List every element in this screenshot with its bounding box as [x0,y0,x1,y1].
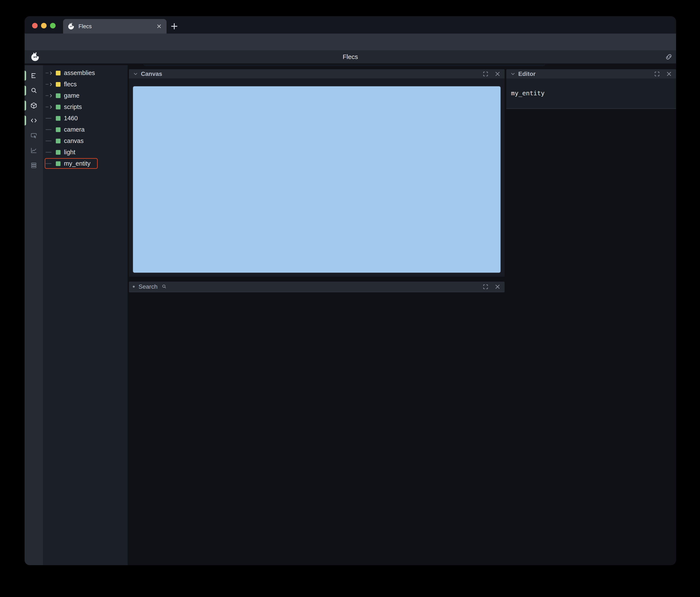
sidebar-item-hierarchy[interactable] [25,68,43,83]
chevron-down-icon [510,71,516,77]
app-content: assemblies flecs game scripts 1460 [25,65,676,565]
active-indicator [25,115,26,125]
canvas-panel: Canvas [129,69,505,277]
tree-item-label: light [64,149,75,156]
active-indicator [25,101,26,110]
magnifier-icon [161,284,167,289]
entity-swatch [56,116,60,121]
tree-guide [46,152,55,153]
tree-item-my-entity[interactable]: my_entity [43,158,128,169]
sidebar-item-statistics[interactable] [25,143,43,158]
tree-item-label: 1460 [64,115,78,122]
editor-text[interactable]: my_entity [511,89,545,97]
panel-title: Canvas [141,71,162,77]
editor-content[interactable]: my_entity [506,78,676,109]
tree-item-label: assemblies [64,70,95,77]
collapsed-dot-icon [133,286,135,288]
fullscreen-icon[interactable] [482,284,489,290]
zoom-window-button[interactable] [50,23,56,28]
close-tab-icon[interactable] [156,23,162,29]
tree-guide[interactable] [46,105,55,109]
tree-guide[interactable] [46,82,55,87]
code-icon [30,117,37,124]
render-canvas[interactable] [132,86,501,273]
tree-item-game[interactable]: game [43,90,128,101]
center-column: Canvas Search [129,65,505,565]
tree-guide [46,118,55,119]
tree-item-label: my_entity [64,160,91,167]
link-icon[interactable] [665,53,673,61]
tree-item-scripts[interactable]: scripts [43,101,128,112]
tree-item-label: canvas [64,137,83,145]
chevron-right-icon [49,71,53,75]
close-window-button[interactable] [32,23,38,28]
fullscreen-icon[interactable] [482,71,489,77]
editor-column: Editor my_entity [506,65,676,565]
chart-icon [30,147,37,154]
editor-panel: Editor my_entity [506,69,676,109]
search-icon [30,87,37,94]
entity-swatch [56,150,60,155]
tree-item-light[interactable]: light [43,147,128,158]
tree-guide[interactable] [46,71,55,75]
module-swatch [56,82,60,87]
sidebar-item-entities[interactable] [25,98,43,113]
hierarchy-icon [30,72,37,79]
tree-item-camera[interactable]: camera [43,124,128,135]
close-icon[interactable] [494,71,501,77]
tab-bar: Flecs [25,16,676,33]
tree-guide [46,163,55,164]
entity-swatch [56,127,60,132]
panel-title: Editor [518,71,535,77]
close-icon[interactable] [494,284,501,290]
canvas-panel-body [129,78,505,277]
sidebar-item-inspector[interactable] [25,128,43,143]
page-title: Flecs [25,50,676,63]
tree-guide [46,129,55,130]
close-icon[interactable] [666,71,672,77]
tree-item-canvas[interactable]: canvas [43,135,128,147]
flecs-favicon-icon [67,22,75,30]
tree-guide [46,140,55,141]
module-swatch [56,71,60,75]
tree-item-label: scripts [64,103,82,110]
tree-item-label: flecs [64,81,77,88]
tree-item-label: game [64,92,79,99]
canvas-panel-header[interactable]: Canvas [129,69,505,78]
entity-swatch [56,94,60,98]
sidebar-item-code[interactable] [25,113,43,128]
tool-sidebar [25,65,43,565]
search-panel-header[interactable]: Search [129,282,505,292]
chevron-right-icon [49,105,53,109]
active-indicator [25,86,26,96]
tree-item-label: camera [64,126,85,133]
inspector-icon [30,132,37,139]
entity-swatch [56,105,60,109]
new-tab-button[interactable] [170,22,178,30]
active-indicator [25,71,26,81]
browser-tab[interactable]: Flecs [63,19,167,33]
entity-tree: assemblies flecs game scripts 1460 [43,65,128,565]
tab-title: Flecs [78,23,152,30]
sidebar-item-search[interactable] [25,83,43,98]
fullscreen-icon[interactable] [654,71,660,77]
tree-guide[interactable] [46,94,55,98]
chevron-right-icon [49,94,53,98]
sidebar-item-tables[interactable] [25,158,43,173]
chevron-down-icon [133,71,138,77]
tree-item-1460[interactable]: 1460 [43,112,128,124]
browser-window: Flecs flecs.dev/explorer/?wasm=https://w… [25,16,676,565]
chevron-right-icon [49,82,53,87]
entity-swatch [56,161,60,166]
panel-title: Search [139,283,157,290]
minimize-window-button[interactable] [41,23,47,28]
editor-panel-header[interactable]: Editor [506,69,676,78]
tree-item-flecs[interactable]: flecs [43,79,128,90]
tree-item-assemblies[interactable]: assemblies [43,67,128,79]
app-header: Flecs [25,50,676,64]
navigation-toolbar: flecs.dev/explorer/?wasm=https://www.fle… [25,33,676,50]
cube-icon [30,102,37,109]
entity-swatch [56,139,60,144]
tables-icon [30,162,37,169]
